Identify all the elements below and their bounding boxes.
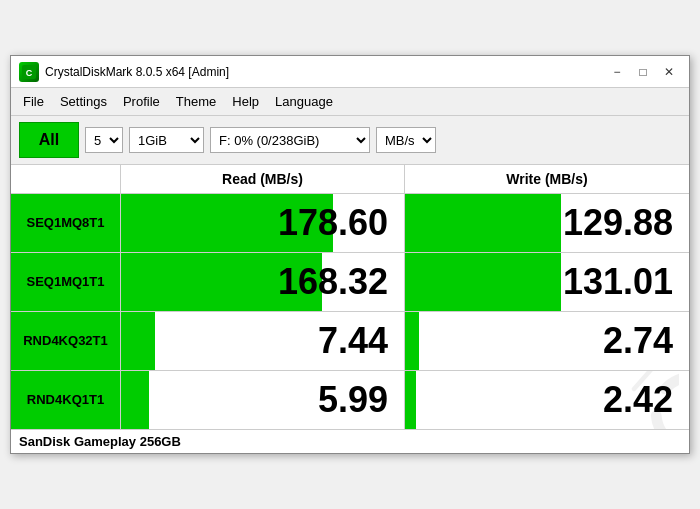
table-row: SEQ1M Q1T1 168.32 131.01 (11, 253, 689, 312)
title-bar-left: C CrystalDiskMark 8.0.5 x64 [Admin] (19, 62, 229, 82)
minimize-button[interactable]: − (605, 62, 629, 82)
title-bar: C CrystalDiskMark 8.0.5 x64 [Admin] − □ … (11, 56, 689, 88)
row-3-read: 5.99 (121, 371, 405, 429)
maximize-button[interactable]: □ (631, 62, 655, 82)
benchmark-content: Read (MB/s) Write (MB/s) SEQ1M Q8T1 178.… (11, 165, 689, 429)
status-text: SanDisk Gameplay 256GB (19, 434, 181, 449)
read-header: Read (MB/s) (121, 165, 405, 193)
row-2-read: 7.44 (121, 312, 405, 370)
runs-select[interactable]: 5 1 3 (85, 127, 123, 153)
row-2-write: 2.74 (405, 312, 689, 370)
drive-select[interactable]: F: 0% (0/238GiB) (210, 127, 370, 153)
unit-select[interactable]: MB/s GB/s (376, 127, 436, 153)
table-row: RND4K Q1T1 5.99 2.42 (11, 371, 689, 429)
toolbar: All 5 1 3 1GiB 512MiB 2GiB F: 0% (0/238G… (11, 116, 689, 165)
close-button[interactable]: ✕ (657, 62, 681, 82)
menu-settings[interactable]: Settings (52, 91, 115, 112)
all-button[interactable]: All (19, 122, 79, 158)
menu-language[interactable]: Language (267, 91, 341, 112)
row-1-read: 168.32 (121, 253, 405, 311)
empty-header (11, 165, 121, 193)
app-icon: C (19, 62, 39, 82)
table-row: RND4K Q32T1 7.44 2.74 (11, 312, 689, 371)
row-0-read: 178.60 (121, 194, 405, 252)
row-0-label: SEQ1M Q8T1 (11, 194, 121, 252)
header-row: Read (MB/s) Write (MB/s) (11, 165, 689, 194)
main-window: C CrystalDiskMark 8.0.5 x64 [Admin] − □ … (10, 55, 690, 454)
menu-profile[interactable]: Profile (115, 91, 168, 112)
menu-help[interactable]: Help (224, 91, 267, 112)
title-controls: − □ ✕ (605, 62, 681, 82)
table-row: SEQ1M Q8T1 178.60 129.88 (11, 194, 689, 253)
row-3-label: RND4K Q1T1 (11, 371, 121, 429)
row-2-label: RND4K Q32T1 (11, 312, 121, 370)
size-select[interactable]: 1GiB 512MiB 2GiB (129, 127, 204, 153)
write-header: Write (MB/s) (405, 165, 689, 193)
status-bar: SanDisk Gameplay 256GB (11, 429, 689, 453)
row-1-write: 131.01 (405, 253, 689, 311)
menu-theme[interactable]: Theme (168, 91, 224, 112)
menu-bar: File Settings Profile Theme Help Languag… (11, 88, 689, 116)
menu-file[interactable]: File (15, 91, 52, 112)
row-0-write: 129.88 (405, 194, 689, 252)
row-3-write: 2.42 (405, 371, 689, 429)
svg-text:C: C (26, 68, 33, 78)
window-title: CrystalDiskMark 8.0.5 x64 [Admin] (45, 65, 229, 79)
row-1-label: SEQ1M Q1T1 (11, 253, 121, 311)
